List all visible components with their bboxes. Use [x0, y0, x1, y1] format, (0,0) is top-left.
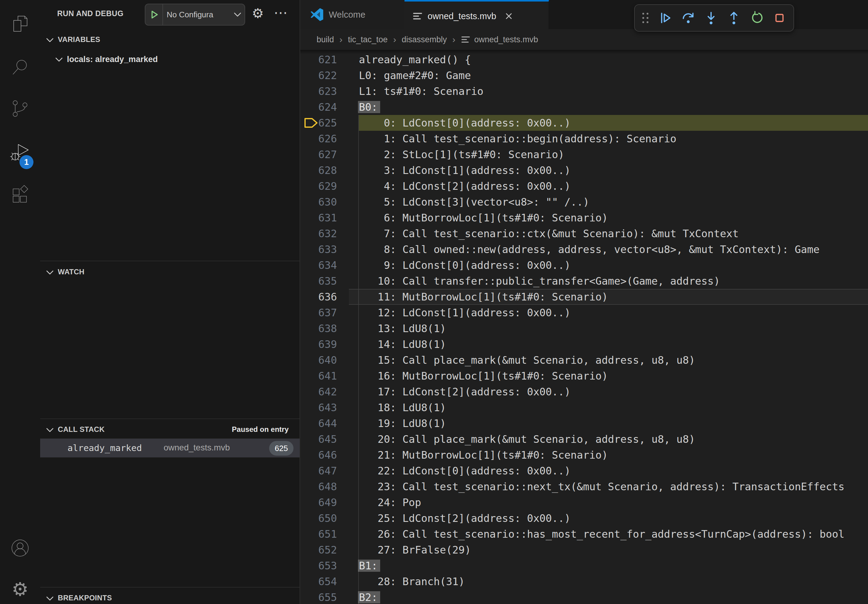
code-line[interactable]: 636 11: MutBorrowLoc[1](ts#1#0: Scenario… — [300, 289, 868, 305]
code-line[interactable]: 632 7: Call test_scenario::ctx(&mut Scen… — [300, 226, 868, 242]
watch-section-header[interactable]: WATCH — [40, 265, 299, 282]
code-line[interactable]: 644 19: LdU8(1) — [300, 415, 868, 431]
debug-start-icon[interactable] — [149, 9, 160, 20]
stop-button[interactable] — [772, 11, 787, 25]
code-line[interactable]: 646 21: MutBorrowLoc[1](ts#1#0: Scenario… — [300, 447, 868, 463]
line-number[interactable]: 638 — [300, 321, 337, 336]
code-line[interactable]: 655B2: — [300, 589, 868, 604]
debug-configuration-dropdown[interactable]: No Configura — [145, 4, 245, 26]
line-number[interactable]: 637 — [300, 305, 337, 321]
line-number[interactable]: 633 — [300, 242, 337, 257]
line-number[interactable]: 654 — [300, 574, 337, 589]
drag-handle[interactable] — [641, 11, 650, 25]
line-number[interactable]: 650 — [300, 510, 337, 526]
code-line[interactable]: 635 10: Call transfer::public_transfer<G… — [300, 273, 868, 289]
step-out-button[interactable] — [727, 11, 741, 25]
code-line[interactable]: 625 0: LdConst[0](address: 0x00..) — [300, 115, 868, 131]
code-line[interactable]: 648 23: Call test_scenario::next_tx(&mut… — [300, 479, 868, 494]
more-actions-icon[interactable]: ⋯ — [274, 5, 288, 19]
code-line[interactable]: 653B1: — [300, 558, 868, 574]
line-number[interactable]: 631 — [300, 210, 337, 226]
code-line[interactable]: 623L1: ts#1#0: Scenario — [300, 83, 868, 99]
line-number[interactable]: 641 — [300, 368, 337, 384]
account-button[interactable] — [0, 535, 40, 561]
code-line[interactable]: 622L0: game#2#0: Game — [300, 68, 868, 83]
line-number[interactable]: 649 — [300, 494, 337, 510]
step-over-button[interactable] — [681, 11, 696, 25]
line-number[interactable]: 640 — [300, 352, 337, 368]
code-line[interactable]: 640 15: Call place_mark(&mut Scenario, a… — [300, 352, 868, 368]
code-line[interactable]: 642 17: LdConst[2](address: 0x00..) — [300, 384, 868, 400]
code-line[interactable]: 647 22: LdConst[0](address: 0x00..) — [300, 463, 868, 479]
code-line[interactable]: 639 14: LdU8(1) — [300, 336, 868, 352]
code-line[interactable]: 641 16: MutBorrowLoc[1](ts#1#0: Scenario… — [300, 368, 868, 384]
code-line[interactable]: 638 13: LdU8(1) — [300, 321, 868, 336]
call-stack-frame[interactable]: already_marked owned_tests.mvb 625 — [40, 438, 299, 457]
line-number[interactable]: 628 — [300, 163, 337, 178]
breadcrumb-item[interactable]: tic_tac_toe — [348, 35, 388, 44]
line-number[interactable]: 629 — [300, 178, 337, 194]
code-line[interactable]: 649 24: Pop — [300, 494, 868, 510]
line-number[interactable]: 630 — [300, 194, 337, 210]
code-line[interactable]: 628 3: LdConst[1](address: 0x00..) — [300, 163, 868, 178]
breadcrumb-item[interactable]: owned_tests.mvb — [474, 35, 538, 44]
code-line[interactable]: 637 12: LdConst[1](address: 0x00..) — [300, 305, 868, 321]
step-into-button[interactable] — [704, 11, 718, 25]
code-line[interactable]: 633 8: Call owned::new(address, address,… — [300, 242, 868, 257]
code-line[interactable]: 652 27: BrFalse(29) — [300, 542, 868, 558]
line-number[interactable]: 634 — [300, 257, 337, 273]
line-number[interactable]: 655 — [300, 589, 337, 604]
debug-settings-gear-icon[interactable]: ⚙ — [252, 7, 264, 20]
line-number[interactable]: 635 — [300, 273, 337, 289]
code-line[interactable]: 627 2: StLoc[1](ts#1#0: Scenario) — [300, 147, 868, 163]
settings-button[interactable]: ⚙ — [0, 576, 40, 603]
variables-section-header[interactable]: VARIABLES — [40, 32, 299, 49]
tab-owned-tests[interactable]: owned_tests.mvb — [405, 0, 549, 31]
code-line[interactable]: 631 6: MutBorrowLoc[1](ts#1#0: Scenario) — [300, 210, 868, 226]
breakpoints-section-header[interactable]: BREAKPOINTS — [40, 591, 299, 604]
call-stack-section-header[interactable]: CALL STACK Paused on entry — [40, 422, 299, 439]
code-line[interactable]: 650 25: LdConst[2](address: 0x00..) — [300, 510, 868, 526]
code-line[interactable]: 624B0: — [300, 99, 868, 115]
code-line[interactable]: 645 20: Call place_mark(&mut Scenario, a… — [300, 431, 868, 447]
sidebar-item-extensions[interactable] — [0, 181, 40, 208]
code-line[interactable]: 634 9: LdConst[0](address: 0x00..) — [300, 257, 868, 273]
close-icon[interactable] — [504, 12, 513, 21]
line-number[interactable]: 627 — [300, 147, 337, 163]
line-number[interactable]: 646 — [300, 447, 337, 463]
line-number[interactable]: 653 — [300, 558, 337, 574]
line-number[interactable]: 643 — [300, 400, 337, 415]
code-line[interactable]: 630 5: LdConst[3](vector<u8>: "" /..) — [300, 194, 868, 210]
sidebar-item-explorer[interactable] — [0, 10, 40, 37]
line-number[interactable]: 652 — [300, 542, 337, 558]
code-editor[interactable]: 621already_marked() {622L0: game#2#0: Ga… — [300, 50, 868, 604]
line-number[interactable]: 651 — [300, 526, 337, 542]
sidebar-item-search[interactable] — [0, 54, 40, 81]
sidebar-item-run-and-debug[interactable]: 1 — [0, 139, 40, 166]
line-number[interactable]: 648 — [300, 479, 337, 494]
line-number[interactable]: 645 — [300, 431, 337, 447]
code-line[interactable]: 651 26: Call test_scenario::has_most_rec… — [300, 526, 868, 542]
line-number[interactable]: 626 — [300, 131, 337, 147]
line-number[interactable]: 621 — [300, 52, 337, 68]
line-number[interactable]: 625 — [300, 115, 337, 131]
code-line[interactable]: 643 18: LdU8(1) — [300, 400, 868, 415]
code-line[interactable]: 629 4: LdConst[2](address: 0x00..) — [300, 178, 868, 194]
continue-button[interactable] — [658, 11, 673, 25]
tab-welcome[interactable]: Welcome — [300, 0, 405, 29]
breadcrumb-item[interactable]: disassembly — [402, 35, 447, 44]
line-number[interactable]: 644 — [300, 415, 337, 431]
sidebar-item-source-control[interactable] — [0, 96, 40, 122]
code-line[interactable]: 654 28: Branch(31) — [300, 574, 868, 589]
breadcrumb-item[interactable]: build — [316, 35, 334, 44]
line-number[interactable]: 636 — [300, 289, 337, 305]
line-number[interactable]: 624 — [300, 99, 337, 115]
variables-scope-row[interactable]: locals: already_marked — [40, 51, 299, 69]
line-number[interactable]: 647 — [300, 463, 337, 479]
line-number[interactable]: 632 — [300, 226, 337, 242]
code-line[interactable]: 621already_marked() { — [300, 52, 868, 68]
code-line[interactable]: 626 1: Call test_scenario::begin(address… — [300, 131, 868, 147]
restart-button[interactable] — [749, 11, 764, 25]
line-number[interactable]: 623 — [300, 83, 337, 99]
line-number[interactable]: 642 — [300, 384, 337, 400]
